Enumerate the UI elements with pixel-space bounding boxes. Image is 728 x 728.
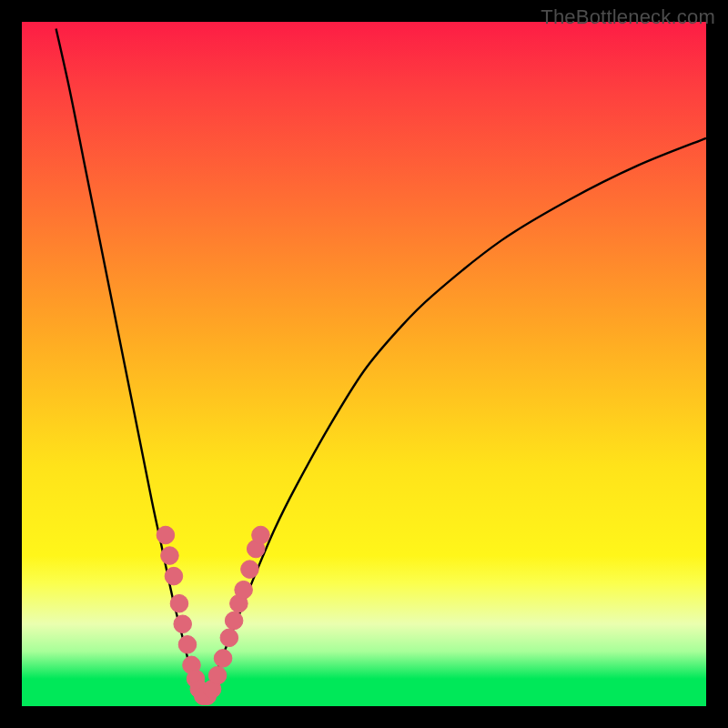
right-curve xyxy=(203,138,706,700)
data-dot xyxy=(252,526,270,544)
data-dot xyxy=(241,561,259,579)
plot-area xyxy=(22,22,706,706)
data-dot xyxy=(214,650,232,668)
data-dot xyxy=(235,581,253,599)
data-dot xyxy=(157,526,175,544)
watermark-text: TheBottleneck.com xyxy=(541,5,715,29)
data-dot xyxy=(208,666,227,684)
dot-cluster xyxy=(157,526,269,704)
data-dot xyxy=(161,547,179,565)
data-dot xyxy=(178,636,197,654)
data-dot xyxy=(170,594,188,612)
data-dot xyxy=(220,629,238,647)
data-dot xyxy=(165,567,183,585)
data-dot xyxy=(174,615,192,633)
data-dot xyxy=(225,612,243,630)
chart-svg xyxy=(22,22,706,706)
